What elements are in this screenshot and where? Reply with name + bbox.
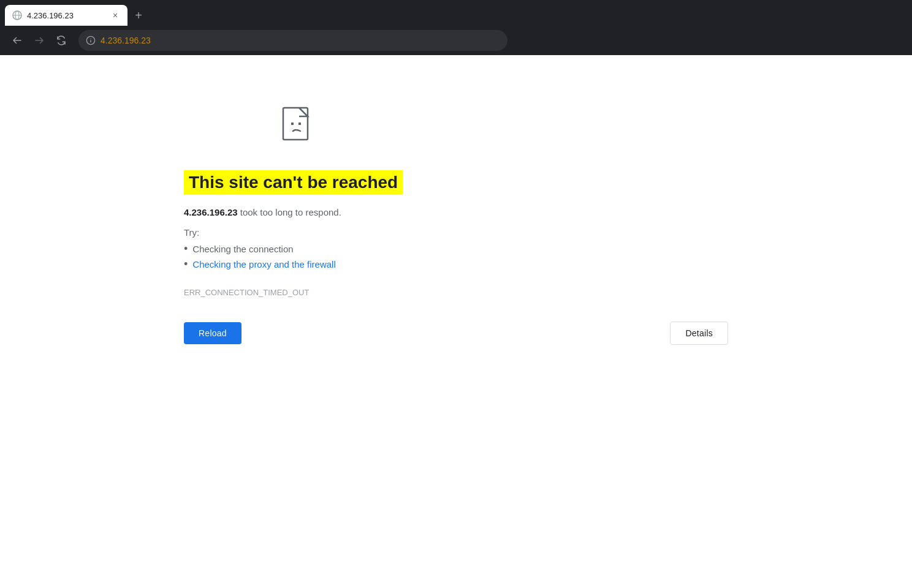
reload-button[interactable]: Reload — [184, 322, 241, 344]
list-item: Checking the proxy and the firewall — [184, 258, 336, 271]
proxy-firewall-link[interactable]: Checking the proxy and the firewall — [192, 259, 335, 270]
tab-favicon — [12, 10, 22, 20]
reload-nav-button[interactable] — [51, 31, 71, 50]
address-bar-info-icon — [86, 36, 96, 45]
error-page-icon — [276, 104, 320, 151]
tab-title: 4.236.196.23 — [27, 11, 105, 20]
address-text: 4.236.196.23 — [101, 36, 500, 45]
active-tab[interactable]: 4.236.196.23 × — [5, 5, 127, 26]
svg-rect-8 — [298, 123, 301, 125]
details-button[interactable]: Details — [670, 322, 728, 345]
new-tab-button[interactable]: + — [130, 7, 147, 24]
page-content: This site can't be reached 4.236.196.23 … — [0, 55, 912, 588]
list-item: Checking the connection — [184, 243, 336, 255]
try-list: Checking the connection Checking the pro… — [184, 243, 336, 273]
address-bar[interactable]: 4.236.196.23 — [78, 30, 507, 51]
tab-bar: 4.236.196.23 × + — [0, 0, 912, 26]
try-item-1-text: Checking the connection — [192, 244, 293, 254]
forward-button[interactable] — [29, 31, 49, 50]
back-button[interactable] — [7, 31, 27, 50]
error-description: 4.236.196.23 took too long to respond. — [184, 207, 341, 217]
tab-close-button[interactable]: × — [110, 10, 120, 20]
error-hostname: 4.236.196.23 — [184, 207, 238, 217]
button-row: Reload Details — [184, 322, 728, 345]
error-description-rest: took too long to respond. — [238, 207, 341, 217]
error-code: ERR_CONNECTION_TIMED_OUT — [184, 288, 309, 297]
nav-bar: 4.236.196.23 — [0, 26, 912, 55]
browser-chrome: 4.236.196.23 × + — [0, 0, 912, 55]
error-title: This site can't be reached — [184, 170, 403, 195]
try-label: Try: — [184, 227, 199, 238]
svg-rect-7 — [291, 123, 294, 125]
